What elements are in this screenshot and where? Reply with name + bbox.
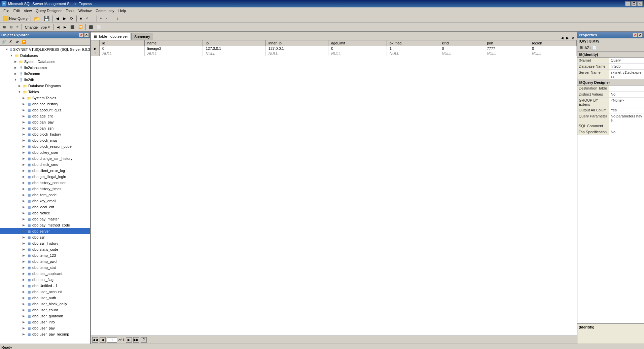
list-item[interactable]: ▶ ▦ dbo.history_conuser <box>0 180 90 186</box>
cell-name-null[interactable]: NULL <box>144 51 203 56</box>
toolbar2-btn2[interactable]: ⊟ <box>8 24 14 31</box>
list-item[interactable]: ▶ ▦ dbo.ssn <box>0 234 90 240</box>
toolbar2-btn5[interactable]: ◀ <box>55 24 61 31</box>
list-item[interactable]: ▶ ▦ dbo.age_cnt <box>0 113 90 119</box>
oe-pin-btn[interactable]: 📌 <box>79 33 83 37</box>
props-sort-cat-btn[interactable]: ⊞ <box>578 45 584 51</box>
close-btn[interactable]: ✕ <box>637 1 643 6</box>
tree-tables[interactable]: ▼ 📁 Tables <box>0 89 90 95</box>
cell-ageLimit[interactable]: 0 <box>328 46 387 51</box>
oe-connect-btn[interactable]: 🔗 <box>1 39 7 45</box>
toolbar-btn4[interactable]: ■ <box>78 15 83 22</box>
cell-id-null[interactable]: NULL <box>100 51 145 56</box>
props-pin-btn[interactable]: 📌 <box>633 33 637 37</box>
change-type-btn[interactable]: Change Type ▼ <box>23 24 52 31</box>
toolbar2-btn9[interactable]: ⬛ <box>87 24 95 31</box>
toolbar-btn10[interactable]: ↓ <box>115 15 120 22</box>
list-item[interactable]: ▶ ▦ dbo.ssn_history <box>0 240 90 246</box>
tree-dbo-server[interactable]: ▶ ▦ dbo.server <box>0 228 90 234</box>
minimize-btn[interactable]: – <box>625 1 631 6</box>
tree-databases[interactable]: ▼ 📁 Databases <box>0 53 90 59</box>
toolbar-btn2[interactable]: ▶ <box>61 15 68 22</box>
tab-table[interactable]: ▦ Table - dbo.server <box>91 33 131 40</box>
list-item[interactable]: ▶ ▦ dbo.account_quiz <box>0 107 90 113</box>
list-item[interactable]: ▶ ▦ dbo.acc_history <box>0 101 90 107</box>
tree-lin2clancomm[interactable]: ▶ 🗄 lin2clancomm <box>0 65 90 71</box>
tab-scroll-left[interactable]: ◀ <box>560 36 565 40</box>
list-item[interactable]: ▶ ▦ dbo.temp_stat <box>0 265 90 271</box>
props-sort-alpha-btn[interactable]: AZ↓ <box>585 45 591 51</box>
open-btn[interactable]: 📂 <box>32 15 41 22</box>
restore-btn[interactable]: ❐ <box>631 1 637 6</box>
menu-edit[interactable]: Edit <box>11 8 22 13</box>
save-btn[interactable]: 💾 <box>42 15 51 22</box>
menu-view[interactable]: View <box>22 8 34 13</box>
cell-ip-null[interactable]: NULL <box>203 51 265 56</box>
list-item[interactable]: ▶ ▦ dbo.test_flag <box>0 277 90 283</box>
cell-name[interactable]: lineage2 <box>144 46 203 51</box>
oe-filter-btn[interactable]: 🔽 <box>21 39 27 45</box>
list-item[interactable]: ▶ ▦ dbo.cdkey_user <box>0 149 90 155</box>
cell-pk_flag[interactable]: 1 <box>387 46 439 51</box>
list-item[interactable]: ▶ ▦ dbo.user_pay <box>0 325 90 331</box>
list-item[interactable]: ▶ ▦ dbo.item_code <box>0 192 90 198</box>
props-pages-btn[interactable]: 📄 <box>592 45 598 51</box>
list-item[interactable]: ▶ ▦ dbo.user_guardian <box>0 313 90 319</box>
page-current-input[interactable] <box>107 337 117 343</box>
toolbar2-btn10[interactable]: ⬜ <box>95 24 103 31</box>
tab-close-btn[interactable]: ✕ <box>571 36 575 40</box>
toolbar-btn9[interactable]: ↑ <box>109 15 114 22</box>
list-item[interactable]: ▶ ▦ dbo.user_info <box>0 319 90 325</box>
list-item[interactable]: ▶ ▦ dbo.block_history <box>0 131 90 137</box>
list-item[interactable]: ▶ ▦ dbo.check_sms <box>0 162 90 168</box>
page-help-btn[interactable]: ? <box>141 337 147 343</box>
list-item[interactable]: ▶ ▦ dbo.user_block_daily <box>0 301 90 307</box>
cell-ip[interactable]: 127.0.0.1 <box>203 46 265 51</box>
list-item[interactable]: ▶ ▦ dbo.test_applicant <box>0 271 90 277</box>
list-item[interactable]: ▶ ▦ dbo.history_times <box>0 186 90 192</box>
list-item[interactable]: ▶ ▦ dbo.user_pay_recomp <box>0 331 90 337</box>
cell-kind[interactable]: 0 <box>439 46 484 51</box>
toolbar2-btn1[interactable]: ⊞ <box>1 24 7 31</box>
page-first-btn[interactable]: ◀◀ <box>92 337 98 343</box>
tab-scroll-right[interactable]: ▶ <box>565 36 570 40</box>
toolbar-btn5[interactable]: ✓ <box>84 15 90 22</box>
tree-lin2db[interactable]: ▼ 🗄 lin2db <box>0 77 90 83</box>
table-row[interactable]: * NULL NULL NULL NULL NULL NULL NULL NUL… <box>91 51 577 56</box>
tree-db-diagrams[interactable]: ▶ 📁 Database Diagrams <box>0 83 90 89</box>
menu-help[interactable]: Help <box>116 8 128 13</box>
oe-disconnect-btn[interactable]: ✗ <box>7 39 13 45</box>
toolbar2-btn6[interactable]: ▶ <box>62 24 68 31</box>
list-item[interactable]: ▶ ▦ dbo.gm_illegal_login <box>0 174 90 180</box>
cell-inner_ip-null[interactable]: NULL <box>265 51 328 56</box>
tree-system-tables[interactable]: ▶ 📁 System Tables <box>0 95 90 101</box>
toolbar-btn7[interactable]: + <box>98 15 104 22</box>
list-item[interactable]: ▶ ▦ dbo.user_auth <box>0 295 90 301</box>
list-item[interactable]: ▶ ▦ dbo.client_error_log <box>0 168 90 174</box>
page-last-btn[interactable]: ▶▶ <box>133 337 139 343</box>
list-item[interactable]: ▶ ▦ dbo.change_ssn_history <box>0 155 90 162</box>
menu-community[interactable]: Community <box>94 8 116 13</box>
list-item[interactable]: ▶ ▦ dbo.temp_pwd <box>0 258 90 265</box>
table-container[interactable]: id name ip inner_ip ageLimit pk_flag kin… <box>91 40 577 336</box>
new-query-button[interactable]: New Query <box>1 15 29 22</box>
cell-region-null[interactable]: NULL <box>529 51 576 56</box>
list-item[interactable]: ▶ ▦ dbo.key_email <box>0 198 90 204</box>
table-row[interactable]: ▶ 0 lineage2 127.0.0.1 127.0.0.1 0 1 0 7… <box>91 46 577 51</box>
cell-port[interactable]: 7777 <box>484 46 529 51</box>
toolbar-btn8[interactable]: - <box>104 15 109 22</box>
toolbar2-btn8[interactable]: 🔀 <box>77 24 84 31</box>
toolbar-btn6[interactable]: ! <box>91 15 95 22</box>
cell-kind-null[interactable]: NULL <box>439 51 484 56</box>
list-item[interactable]: ▶ ▦ dbo.block_reason_code <box>0 143 90 149</box>
oe-close-btn[interactable]: ✕ <box>84 33 89 37</box>
cell-inner_ip[interactable]: 127.0.0.1 <box>265 46 328 51</box>
menu-window[interactable]: Window <box>76 8 94 13</box>
tree-lin2comm[interactable]: ▶ 🗄 lin2comm <box>0 71 90 77</box>
tree-server[interactable]: ▼ 🖥 SKYNET-V1\SQLEXPRESS (SQL Server 9.0… <box>0 46 90 53</box>
cell-ageLimit-null[interactable]: NULL <box>328 51 387 56</box>
toolbar2-btn3[interactable]: ≡ <box>15 24 20 31</box>
list-item[interactable]: ▶ ▦ dbo.Notice <box>0 210 90 216</box>
tree-system-databases[interactable]: ▶ 📁 System Databases <box>0 59 90 65</box>
toolbar2-btn7[interactable]: ⬛ <box>69 24 76 31</box>
